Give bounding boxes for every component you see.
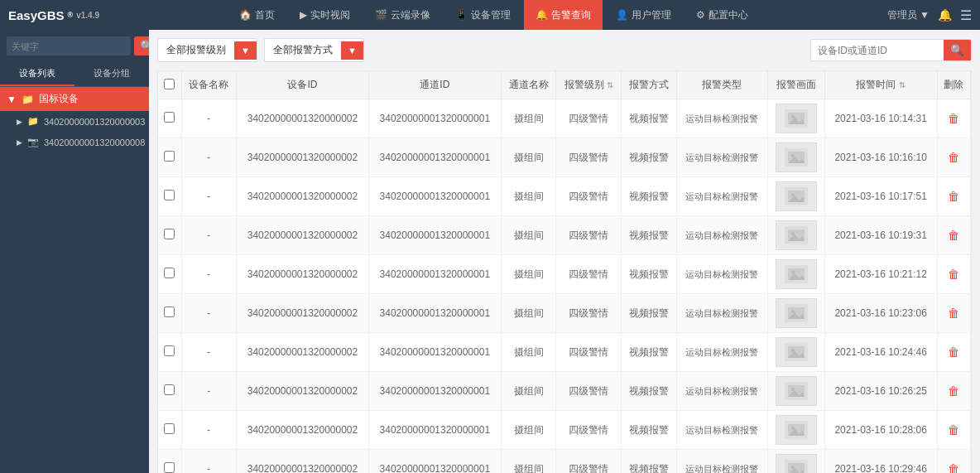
alarm-image-thumbnail[interactable] [776, 415, 817, 445]
cell-alarm-method: 视频报警 [622, 216, 677, 255]
nav-realtime[interactable]: ▶ 实时视阅 [288, 0, 362, 30]
logo: EasyGBS ® v1.4.9 [8, 8, 99, 22]
cell-device-id: 34020000001320000002 [237, 255, 369, 294]
alarm-image-thumbnail[interactable] [776, 142, 817, 172]
sidebar-group-header[interactable]: ▼ 📁 国标设备 [0, 87, 149, 111]
alarm-image-thumbnail[interactable] [776, 104, 817, 133]
cell-delete: 🗑 [937, 411, 970, 450]
nav-config[interactable]: ⚙ 配置中心 [685, 0, 760, 30]
delete-row-btn[interactable]: 🗑 [948, 112, 959, 125]
cell-device-id: 34020000001320000002 [237, 372, 369, 411]
device-search-input[interactable] [811, 41, 944, 60]
alarm-type-dropdown-btn[interactable]: ▼ [234, 41, 257, 60]
cell-alarm-level: 四级警情 [556, 177, 622, 216]
sidebar-tab-device-group[interactable]: 设备分组 [74, 62, 149, 86]
nav-user[interactable]: 👤 用户管理 [604, 0, 683, 30]
delete-row-btn[interactable]: 🗑 [948, 268, 959, 281]
cell-alarm-type: 运动目标检测报警 [676, 333, 767, 372]
row-checkbox[interactable] [164, 151, 175, 162]
alarm-image-thumbnail[interactable] [776, 337, 817, 367]
sidebar-item-dev2[interactable]: ▶ 📷 34020000001320000008 [0, 132, 149, 152]
row-checkbox[interactable] [164, 462, 175, 473]
delete-row-btn[interactable]: 🗑 [948, 462, 959, 473]
cell-channel-name: 摄组间 [501, 294, 556, 333]
svg-point-18 [791, 271, 795, 274]
table-row: - 34020000001320000002 34020000001320000… [158, 216, 971, 255]
admin-menu[interactable]: 管理员 ▼ [887, 8, 930, 22]
notification-bell-icon[interactable]: 🔔 [938, 8, 952, 22]
cell-device-name: - [181, 450, 237, 474]
nav-alarm-label: 告警查询 [551, 8, 591, 22]
cell-alarm-image [768, 216, 825, 255]
delete-row-btn[interactable]: 🗑 [948, 345, 959, 359]
cell-device-name: - [181, 138, 237, 177]
sidebar-item-dev2-label: 34020000001320000008 [44, 138, 145, 147]
table-header-row: 设备名称 设备ID 通道ID 通道名称 报警级别 ⇅ 报警方式 报警类型 报警画… [158, 71, 971, 99]
cell-alarm-level: 四级警情 [556, 255, 622, 294]
sidebar-search-input[interactable] [7, 36, 131, 56]
nav-alarm[interactable]: 🔔 告警查询 [524, 0, 603, 30]
delete-row-btn[interactable]: 🗑 [948, 306, 959, 320]
th-alarm-level[interactable]: 报警级别 ⇅ [556, 71, 622, 99]
delete-row-btn[interactable]: 🗑 [948, 384, 959, 398]
row-checkbox[interactable] [164, 229, 175, 239]
config-icon: ⚙ [696, 9, 705, 21]
nav-home[interactable]: 🏠 首页 [228, 0, 286, 30]
alarm-method-dropdown-btn[interactable]: ▼ [341, 41, 363, 60]
row-checkbox[interactable] [164, 268, 175, 278]
alarm-image-thumbnail[interactable] [776, 181, 817, 211]
row-checkbox-cell [158, 411, 181, 450]
alarm-level-sort-icon: ⇅ [607, 80, 613, 89]
row-checkbox[interactable] [164, 190, 175, 200]
sidebar: 🔍 设备列表 设备分组 ▼ 📁 国标设备 ▶ 📁 340200000013200… [0, 30, 149, 473]
cell-device-name: - [181, 333, 237, 372]
th-alarm-time[interactable]: 报警时间 ⇅ [824, 71, 937, 99]
device-search-button[interactable]: 🔍 [944, 40, 971, 60]
select-all-checkbox[interactable] [164, 79, 175, 89]
cell-channel-id: 34020000001320000001 [368, 450, 501, 474]
hamburger-icon[interactable]: ☰ [960, 7, 972, 23]
sidebar-tab-device-list[interactable]: 设备列表 [0, 62, 74, 86]
main-nav: 🏠 首页 ▶ 实时视阅 🎬 云端录像 📱 设备管理 🔔 告警查询 👤 用户管理 … [99, 0, 887, 30]
alarm-image-thumbnail[interactable] [776, 376, 817, 406]
delete-row-btn[interactable]: 🗑 [948, 190, 959, 203]
cell-channel-name: 摄组间 [501, 177, 556, 216]
row-checkbox-cell [158, 333, 181, 372]
cell-alarm-image [768, 372, 825, 411]
alarm-image-thumbnail[interactable] [776, 259, 817, 289]
cell-device-name: - [181, 294, 237, 333]
camera-icon: 📷 [27, 137, 39, 147]
row-checkbox[interactable] [164, 384, 175, 395]
cell-device-id: 34020000001320000002 [237, 138, 369, 177]
row-checkbox[interactable] [164, 112, 175, 123]
alarm-image-thumbnail[interactable] [776, 298, 817, 328]
nav-cloud[interactable]: 🎬 云端录像 [363, 0, 442, 30]
row-checkbox[interactable] [164, 306, 175, 317]
cell-alarm-image [768, 450, 825, 474]
nav-device[interactable]: 📱 设备管理 [444, 0, 522, 30]
row-checkbox-cell [158, 372, 181, 411]
cell-channel-id: 34020000001320000001 [368, 294, 501, 333]
delete-row-btn[interactable]: 🗑 [948, 423, 959, 437]
cell-alarm-time: 2021-03-16 10:21:12 [824, 255, 937, 294]
alarm-time-sort-icon: ⇅ [899, 80, 906, 89]
cell-delete: 🗑 [937, 177, 970, 216]
cell-alarm-time: 2021-03-16 10:17:51 [824, 177, 937, 216]
table-row: - 34020000001320000002 34020000001320000… [158, 411, 971, 450]
row-checkbox[interactable] [164, 345, 175, 356]
cell-device-name: - [181, 255, 237, 294]
cell-channel-name: 摄组间 [501, 138, 556, 177]
cell-channel-name: 摄组间 [501, 99, 556, 138]
row-checkbox[interactable] [164, 423, 175, 434]
sidebar-item-dev1[interactable]: ▶ 📁 34020000001320000003 [0, 111, 149, 132]
svg-point-14 [791, 232, 795, 235]
delete-row-btn[interactable]: 🗑 [948, 151, 959, 164]
alarm-image-thumbnail[interactable] [776, 454, 817, 473]
table-row: - 34020000001320000002 34020000001320000… [158, 99, 971, 138]
sidebar-search-button[interactable]: 🔍 [134, 36, 149, 56]
cell-alarm-time: 2021-03-16 10:29:46 [824, 450, 937, 474]
alarm-image-thumbnail[interactable] [776, 220, 817, 250]
cell-delete: 🗑 [937, 216, 970, 255]
delete-row-btn[interactable]: 🗑 [948, 229, 959, 242]
sidebar-tabs: 设备列表 设备分组 [0, 62, 149, 87]
